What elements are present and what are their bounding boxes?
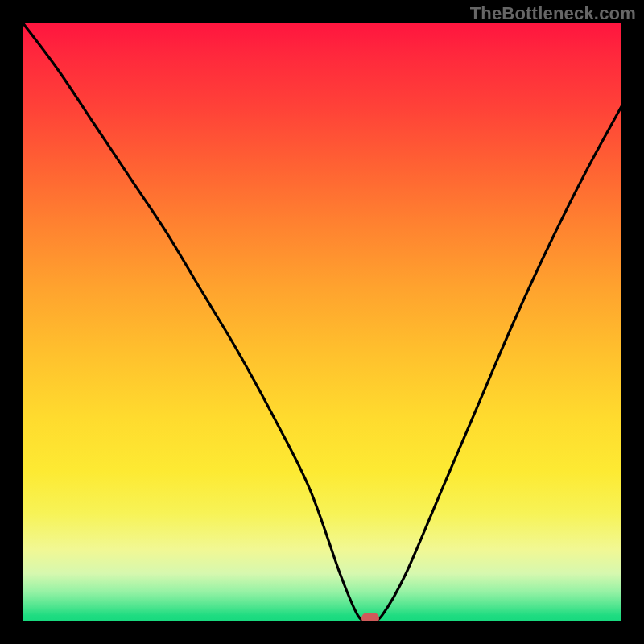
bottleneck-curve (23, 23, 621, 621)
watermark-text: TheBottleneck.com (470, 3, 636, 24)
optimal-marker (361, 613, 379, 621)
plot-area (23, 23, 621, 621)
chart-frame: TheBottleneck.com (0, 0, 644, 644)
curve-layer (23, 23, 621, 621)
